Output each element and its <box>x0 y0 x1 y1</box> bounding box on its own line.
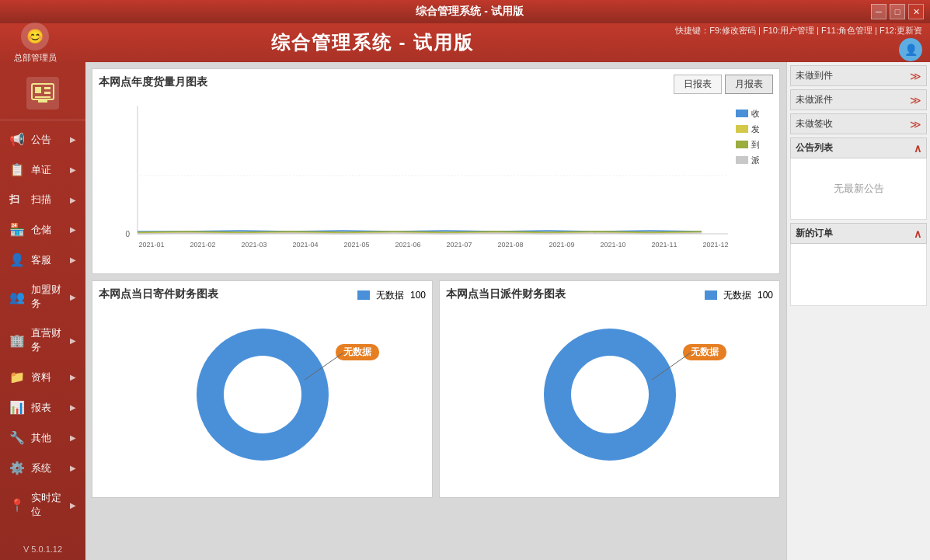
sidebar-item-alliance[interactable]: 👥 加盟财务 ▶ <box>0 275 85 318</box>
sidebar-item-service[interactable]: 👤 客服 ▶ <box>0 245 85 275</box>
window-controls: ─ □ ✕ <box>871 4 924 19</box>
donut-left-legend: 无数据 100 <box>357 289 426 302</box>
donut-left-svg <box>185 317 340 472</box>
document-label: 单证 <box>31 163 70 177</box>
titlebar-title: 综合管理系统 - 试用版 <box>68 5 871 19</box>
header-title: 综合管理系统 - 试用版 <box>70 30 675 55</box>
donut-left-legend-color <box>357 290 370 300</box>
service-label: 客服 <box>31 253 70 267</box>
svg-text:2021-12: 2021-12 <box>702 241 728 249</box>
data-arrow: ▶ <box>70 373 76 381</box>
svg-rect-5 <box>38 99 47 103</box>
location-arrow: ▶ <box>70 501 76 510</box>
svg-line-35 <box>652 353 691 380</box>
main-layout: 📢 公告 ▶ 📋 单证 ▶ 扫 扫描 ▶ 🏪 仓储 ▶ 👤 客服 ▶ 👥 加盟财… <box>0 62 930 560</box>
not-dispatched-header[interactable]: 未做派件 ≫ <box>790 89 927 110</box>
donut-right-container: 无数据 <box>446 309 773 480</box>
sidebar-item-warehouse[interactable]: 🏪 仓储 ▶ <box>0 214 85 245</box>
titlebar: 综合管理系统 - 试用版 ─ □ ✕ <box>0 0 930 23</box>
not-dispatched-section: 未做派件 ≫ <box>790 89 927 110</box>
svg-text:2021-10: 2021-10 <box>600 241 625 249</box>
sidebar-item-document[interactable]: 📋 单证 ▶ <box>0 155 85 185</box>
svg-rect-28 <box>736 156 748 164</box>
new-order-header[interactable]: 新的订单 ∧ <box>790 223 927 244</box>
system-icon: ⚙️ <box>9 461 26 475</box>
notice-list-section: 公告列表 ∧ 无最新公告 <box>790 137 927 220</box>
report-icon: 📊 <box>9 400 26 415</box>
not-arrived-section: 未做到件 ≫ <box>790 65 927 86</box>
donut-right-no-data: 无数据 <box>683 344 726 360</box>
header: 😊 总部管理员 综合管理系统 - 试用版 快捷键：F9:修改密码 | F10:用… <box>0 23 930 62</box>
svg-rect-26 <box>736 141 748 148</box>
not-dispatched-label: 未做派件 <box>796 93 833 106</box>
not-signed-header[interactable]: 未做签收 ≫ <box>790 113 927 134</box>
scan-label: 扫描 <box>31 193 70 207</box>
donut-left-title: 本网点当日寄件财务图表 <box>99 287 218 301</box>
notice-list-header[interactable]: 公告列表 ∧ <box>790 137 927 158</box>
chart-buttons: 日报表 月报表 <box>674 75 773 94</box>
close-button[interactable]: ✕ <box>908 4 924 19</box>
donut-right-legend-value: 100 <box>758 290 773 301</box>
not-arrived-header[interactable]: 未做到件 ≫ <box>790 65 927 86</box>
sidebar-item-other[interactable]: 🔧 其他 ▶ <box>0 423 85 453</box>
not-signed-section: 未做签收 ≫ <box>790 113 927 134</box>
badge-line-right-svg <box>652 353 698 384</box>
service-arrow: ▶ <box>70 256 76 264</box>
donut-right-card: 本网点当日派件财务图表 无数据 100 <box>439 280 780 498</box>
svg-rect-22 <box>736 110 748 117</box>
maximize-button[interactable]: □ <box>890 4 905 19</box>
new-order-label: 新的订单 <box>796 227 833 240</box>
notice-list-expand-icon: ∧ <box>914 142 921 155</box>
donut-left-card: 本网点当日寄件财务图表 无数据 100 <box>92 280 433 498</box>
line-chart-svg: 0 2021-01 2021-02 <box>106 98 759 261</box>
monthly-report-button[interactable]: 月报表 <box>725 75 773 94</box>
not-signed-label: 未做签收 <box>796 117 833 130</box>
svg-text:收件: 收件 <box>751 109 759 118</box>
sidebar-item-system[interactable]: ⚙️ 系统 ▶ <box>0 453 85 483</box>
not-dispatched-expand-icon: ≫ <box>910 94 921 106</box>
sidebar-item-data[interactable]: 📁 资料 ▶ <box>0 362 85 392</box>
donut-left-legend-value: 100 <box>410 290 426 301</box>
svg-line-32 <box>305 353 343 380</box>
sidebar-item-report[interactable]: 📊 报表 ▶ <box>0 392 85 423</box>
svg-rect-24 <box>736 125 748 133</box>
donut-left-legend-label: 无数据 <box>376 289 404 302</box>
not-arrived-expand-icon: ≫ <box>910 70 921 82</box>
donut-right-legend: 无数据 100 <box>705 289 773 302</box>
sidebar: 📢 公告 ▶ 📋 单证 ▶ 扫 扫描 ▶ 🏪 仓储 ▶ 👤 客服 ▶ 👥 加盟财… <box>0 62 85 560</box>
shortcut-text: 快捷键：F9:修改密码 | F10:用户管理 | F11:角色管理 | F12:… <box>675 25 922 37</box>
system-label: 系统 <box>31 461 70 475</box>
version-label: V 5.0.1.12 <box>0 544 85 554</box>
donut-right-svg <box>532 317 688 472</box>
svg-rect-3 <box>44 92 51 94</box>
svg-point-34 <box>571 356 649 433</box>
location-label: 实时定位 <box>31 491 70 519</box>
sidebar-item-notice[interactable]: 📢 公告 ▶ <box>0 124 85 155</box>
service-icon: 👤 <box>9 252 26 267</box>
scan-arrow: ▶ <box>70 196 76 204</box>
svg-text:2021-09: 2021-09 <box>549 241 574 249</box>
sidebar-item-direct[interactable]: 🏢 直营财务 ▶ <box>0 318 85 362</box>
content-area: 本网点年度货量月图表 日报表 月报表 0 <box>85 62 930 560</box>
notice-icon: 📢 <box>9 132 26 147</box>
daily-report-button[interactable]: 日报表 <box>674 75 722 94</box>
svg-text:2021-08: 2021-08 <box>497 241 523 249</box>
other-arrow: ▶ <box>70 433 76 442</box>
logo-icon: 😊 <box>21 23 49 50</box>
svg-text:2021-06: 2021-06 <box>395 241 420 249</box>
right-panel: 未做到件 ≫ 未做派件 ≫ 未做签收 ≫ 公告列表 ∧ <box>786 62 930 560</box>
donut-right-title: 本网点当日派件财务图表 <box>446 287 566 301</box>
notice-list-content: 无最新公告 <box>790 158 927 220</box>
report-arrow: ▶ <box>70 403 76 412</box>
system-arrow: ▶ <box>70 464 76 472</box>
other-icon: 🔧 <box>9 430 26 445</box>
donut-left-no-data: 无数据 <box>336 344 379 360</box>
new-order-expand-icon: ∧ <box>914 228 921 240</box>
svg-rect-4 <box>35 96 51 98</box>
badge-line-svg <box>305 353 351 384</box>
main-content: 本网点年度货量月图表 日报表 月报表 0 <box>85 62 786 560</box>
sidebar-item-location[interactable]: 📍 实时定位 ▶ <box>0 483 85 527</box>
sidebar-item-scan[interactable]: 扫 扫描 ▶ <box>0 185 85 214</box>
minimize-button[interactable]: ─ <box>871 4 886 19</box>
svg-rect-1 <box>35 87 41 93</box>
